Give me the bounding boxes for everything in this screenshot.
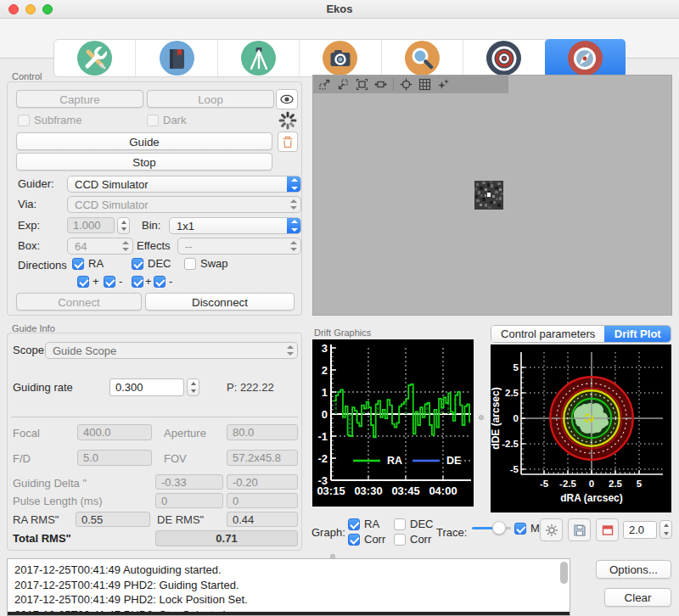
ra-rms-value: 0.55 (76, 512, 150, 527)
tab-drift-plot[interactable]: Drift Plot (604, 326, 671, 342)
dark-checkbox[interactable]: Dark (147, 114, 186, 126)
capture-button[interactable]: Capture (16, 90, 143, 108)
toolbar-item-scheduler[interactable] (136, 40, 217, 76)
total-rms-label: Total RMS" (13, 532, 71, 545)
busy-spinner-icon (278, 110, 298, 131)
svg-text:1: 1 (322, 386, 328, 399)
svg-text:2: 2 (322, 364, 328, 377)
accuracy-radius-stepper[interactable] (659, 520, 672, 539)
scope-value: Guide Scope (53, 344, 116, 357)
clear-graphs-button[interactable] (596, 518, 619, 541)
guiding-rate-input[interactable]: 0.300 (109, 378, 184, 396)
graph-corr-label: Corr (410, 533, 431, 546)
ra-plus-checkbox[interactable]: + (77, 275, 99, 288)
guiding-rate-stepper[interactable] (187, 378, 199, 396)
toolbar-item-capture[interactable] (300, 40, 381, 76)
plus-label: + (93, 275, 99, 288)
export-guide-data-button[interactable] (568, 518, 591, 541)
exp-label: Exp: (18, 219, 40, 232)
graph-ra-checkbox[interactable]: RA (348, 518, 379, 530)
toolbar-item-mount[interactable] (218, 40, 300, 76)
svg-text:-2.5: -2.5 (559, 479, 576, 489)
guide-star-subframe[interactable] (474, 181, 503, 210)
guider-select[interactable]: CCD Simulator (67, 176, 301, 193)
splitter-handle[interactable] (479, 415, 484, 420)
minus-label: - (119, 275, 122, 288)
proportional-gain-value: P: 222.22 (227, 381, 274, 394)
guide-image-view[interactable] (312, 75, 672, 316)
binning-select[interactable]: 1x1 (169, 217, 301, 234)
pulse-ra: 0 (155, 493, 223, 508)
box-size-value: 64 (75, 240, 87, 253)
svg-text:2.5: 2.5 (505, 388, 519, 398)
toolbar-item-guide[interactable] (545, 39, 626, 77)
pulse-de: 0 (227, 493, 298, 508)
guide-info-group: Scope: Guide Scope Guiding rate 0.300 P:… (7, 333, 302, 551)
svg-text:dDE (arcsec): dDE (arcsec) (491, 387, 502, 449)
toolbar-item-setup[interactable] (54, 40, 136, 76)
zoom-actual-size-icon[interactable] (374, 78, 387, 91)
via-select[interactable]: CCD Simulator (67, 196, 301, 213)
guiding-delta-ra: -0.33 (155, 474, 223, 490)
scope-select[interactable]: Guide Scope (45, 342, 298, 359)
notebook-icon (160, 41, 194, 76)
drift-plot-chart[interactable]: -5-5-2.5-2.5002.52.555dRA (arcsec)dDE (a… (491, 344, 671, 512)
dec-plus-checkbox[interactable]: + (132, 275, 152, 288)
graph-dec-corr-checkbox[interactable]: Corr (394, 533, 431, 546)
graph-dec-checkbox[interactable]: DEC (394, 518, 433, 530)
stars-icon[interactable] (437, 78, 450, 91)
exposure-stepper[interactable] (117, 217, 130, 234)
grid-icon[interactable] (418, 78, 431, 91)
log-output[interactable]: 2017-12-25T00:41:49 Autoguiding started.… (7, 558, 570, 616)
binning-value: 1x1 (177, 220, 194, 232)
clear-calibration-button[interactable] (278, 132, 298, 152)
zoom-in-icon[interactable] (318, 78, 331, 91)
fov-label: FOV (164, 452, 187, 465)
ra-direction-checkbox[interactable]: RA (72, 257, 104, 270)
pulse-length-label: Pulse Length (ms) (13, 495, 103, 507)
graph-ra-corr-checkbox[interactable]: Corr (348, 533, 385, 546)
subframe-checkbox[interactable]: Subframe (18, 114, 81, 126)
effects-select[interactable]: -- (177, 238, 301, 255)
svg-text:-2: -2 (317, 452, 328, 465)
effects-label: Effects (137, 239, 171, 252)
zoom-out-icon[interactable] (337, 78, 350, 91)
log-scrollbar[interactable] (560, 562, 568, 584)
dec-direction-checkbox[interactable]: DEC (132, 257, 171, 270)
crosshair-icon[interactable] (400, 78, 412, 91)
slider-knob[interactable] (492, 521, 506, 535)
disconnect-button[interactable]: Disconnect (145, 293, 295, 311)
drift-graphics-chart[interactable]: 3210-1-2-303:1503:3003:4504:00RADE (312, 339, 474, 507)
svg-text:3: 3 (322, 342, 328, 355)
plus-label: + (145, 275, 152, 288)
ra-minus-checkbox[interactable]: - (104, 275, 122, 288)
trace-slider[interactable] (472, 521, 511, 535)
tools-icon (77, 41, 112, 76)
svg-text:dRA (arcsec): dRA (arcsec) (560, 492, 623, 504)
swap-checkbox[interactable]: Swap (184, 257, 228, 270)
svg-text:5: 5 (637, 479, 643, 489)
svg-text:03:45: 03:45 (391, 484, 419, 497)
connect-button[interactable]: Connect (16, 293, 142, 311)
save-icon (573, 524, 586, 537)
stop-button[interactable]: Stop (16, 153, 272, 171)
tab-control-parameters[interactable]: Control parameters (491, 326, 604, 342)
zoom-fit-icon[interactable] (356, 78, 368, 91)
exposure-input[interactable]: 1.000 (67, 217, 115, 233)
toolbar-item-focus[interactable] (382, 40, 463, 76)
bin-label: Bin: (142, 219, 160, 232)
dec-label: DEC (148, 257, 171, 270)
drift-graphics-label: Drift Graphics (314, 328, 371, 338)
box-size-select[interactable]: 64 (67, 238, 133, 255)
svg-text:03:15: 03:15 (317, 484, 345, 497)
autoscale-graphs-button[interactable] (540, 518, 563, 541)
toolbar-item-align[interactable] (463, 40, 545, 76)
clear-log-button[interactable]: Clear (604, 588, 671, 607)
accuracy-radius-input[interactable]: 2.0 (623, 521, 657, 539)
loop-button[interactable]: Loop (147, 90, 274, 108)
options-button[interactable]: Options... (596, 560, 671, 579)
chevron-cap (287, 217, 301, 234)
dec-minus-checkbox[interactable]: - (154, 275, 172, 288)
guide-button[interactable]: Guide (16, 132, 272, 150)
fits-viewer-button[interactable] (276, 89, 298, 109)
